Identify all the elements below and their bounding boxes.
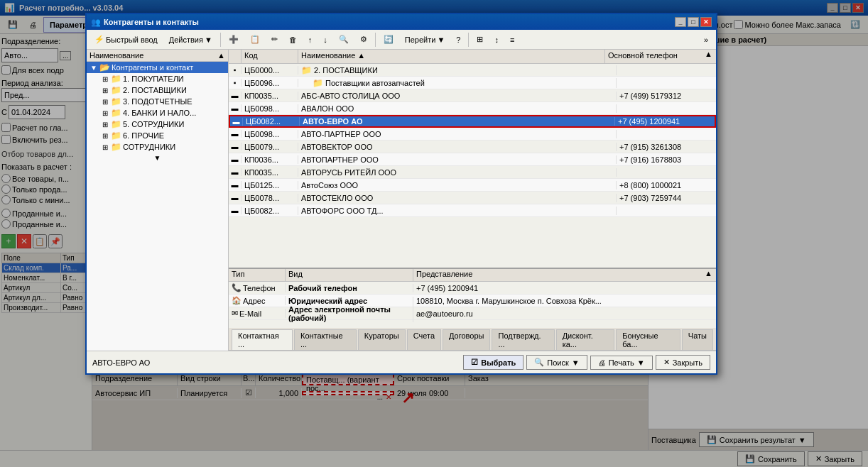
dialog-edit-btn[interactable]: ✏ (266, 32, 283, 48)
rrow-12[interactable]: ▬ ЦБ0082... АВТОФОРС ООО ТД... (229, 204, 716, 217)
tab-contact-persons[interactable]: Контактные ... (294, 329, 357, 350)
info-row-3-repr: ae@autoeuro.ru (413, 309, 716, 318)
tab-contracts[interactable]: Договоры (443, 329, 490, 350)
print-icon: 🖨 (598, 358, 606, 367)
expand-5-btn[interactable]: ⊞ (101, 121, 109, 128)
tree-item-4[interactable]: ⊞ 📁 4. БАНКИ И НАЛО... (87, 107, 228, 119)
rrow-2-name: 📁 Поставщики автозапчастей (298, 78, 617, 88)
tab-discount[interactable]: Дисконт. ка... (556, 329, 615, 350)
expand-1-btn[interactable]: ⊞ (101, 75, 109, 83)
expand-6-btn[interactable]: ⊞ (101, 132, 109, 140)
dialog-tab-bar: Контактная ... Контактные ... Кураторы С… (229, 328, 716, 351)
rrow-3[interactable]: ▬ КП0035... АБС-АВТО СТОЛИЦА ООО +7 (499… (229, 89, 716, 102)
expand-4-btn[interactable]: ⊞ (101, 109, 109, 117)
tree-item-2[interactable]: ⊞ 📁 2. ПОСТАВЩИКИ (87, 84, 228, 96)
dialog-settings-btn[interactable]: ⚙ (355, 32, 372, 48)
quick-entry-icon: ⚡ (94, 35, 104, 44)
expand-root-btn[interactable]: ▼ (89, 64, 98, 72)
rrow-2[interactable]: ▪ ЦБ0096... 📁 Поставщики автозапчастей (229, 77, 716, 89)
scroll-btn-up[interactable]: ▲ (217, 51, 225, 60)
rrow-11[interactable]: ▬ ЦБ0078... АВТОСТЕКЛО ООО +7 (903) 7259… (229, 192, 716, 204)
dialog-up-btn[interactable]: ↑ (303, 32, 318, 48)
rrow-9-bullet: ▬ (229, 168, 242, 176)
tab-contacts[interactable]: Контактная ... (232, 329, 293, 350)
dialog-minimize-btn[interactable]: _ (675, 17, 686, 27)
col-name-header[interactable]: Наименование ▲ (298, 50, 605, 63)
scroll-btn-down[interactable]: ▼ (154, 154, 161, 162)
select-label: Выбрать (481, 358, 516, 367)
selected-entity-label: АВТО-ЕВРО АО (92, 358, 460, 367)
rrow-6-code: ЦБ0098... (242, 130, 298, 138)
dialog-close-btn[interactable]: ✕ (700, 17, 712, 27)
dialog-copy-btn[interactable]: 📋 (245, 32, 265, 48)
tree-item-5[interactable]: ⊞ 📁 5. СОТРУДНИКИ (87, 119, 228, 130)
rrow-10[interactable]: ▬ ЦБ0125... АвтоСоюз ООО +8 (800) 100002… (229, 179, 716, 192)
rrow-4[interactable]: ▬ ЦБ0098... АВАЛОН ООО (229, 102, 716, 115)
tab-bonus[interactable]: Бонусные ба... (616, 329, 680, 350)
tree-name-col-label: Наименование (89, 51, 143, 60)
close-dialog-button[interactable]: ✕ Закрыть (656, 355, 710, 370)
tab-chats[interactable]: Чаты (682, 329, 713, 350)
expand-3-btn[interactable]: ⊞ (101, 98, 109, 106)
dialog-main: Наименование ▲ ▼ 📂 Контрагенты и контакт… (87, 50, 716, 351)
dialog-help-btn[interactable]: ? (451, 32, 465, 48)
right-grid-header: Код Наименование ▲ Основной телефон ▲ (229, 50, 716, 64)
rrow-4-code: ЦБ0098... (242, 104, 298, 113)
rrow-12-name: АВТОФОРС ООО ТД... (298, 207, 617, 215)
rrow-7-phone: +7 (915) 3261308 (617, 143, 716, 151)
tree-item-root[interactable]: ▼ 📂 Контрагенты и контакт (87, 62, 228, 73)
dialog-refresh-btn[interactable]: 🔄 (379, 32, 398, 48)
expand-sot-btn[interactable]: ⊞ (101, 143, 109, 151)
folder-1-icon: 📁 (111, 74, 121, 84)
rrow-3-phone: +7 (499) 5179312 (617, 92, 716, 100)
folder-5-icon: 📁 (111, 119, 121, 129)
folder-sot-icon: 📁 (111, 142, 121, 152)
dialog-filter-btn[interactable]: 🔍 (334, 32, 354, 48)
expand-2-btn[interactable]: ⊞ (101, 87, 109, 94)
dialog-more-btn[interactable]: ≡ (505, 32, 519, 48)
info-row-1-type: 📞 Телефон (229, 283, 286, 292)
select-button[interactable]: ☑ Выбрать (463, 355, 523, 370)
tree-item-6[interactable]: ⊞ 📁 6. ПРОЧИЕ (87, 130, 228, 141)
dialog-sep-1 (220, 33, 221, 47)
dialog-sort-btn[interactable]: ↕ (489, 32, 504, 48)
rrow-5[interactable]: ▬ ЦБ0082... АВТО-ЕВРО АО +7 (495) 120094… (229, 115, 716, 128)
tab-accounts[interactable]: Счета (407, 329, 441, 350)
rrow-1[interactable]: ▪ ЦБ0000... 📁 2. ПОСТАВЩИКИ (229, 64, 716, 77)
info-view-col: Вид (286, 269, 413, 281)
dialog-delete-btn[interactable]: 🗑 (284, 32, 302, 48)
dialog-down-btn[interactable]: ↓ (318, 32, 332, 48)
info-row-3-view: Адрес электронной почты (рабочий) (286, 305, 413, 322)
rrow-8[interactable]: ▬ КП0036... АВТОПАРТНЕР ООО +7 (916) 167… (229, 153, 716, 166)
col-code-header[interactable]: Код (242, 50, 298, 63)
dialog-toolbar: ⚡ Быстрый ввод Действия ▼ ➕ 📋 ✏ 🗑 ↑ ↓ 🔍 … (87, 30, 716, 50)
dialog-more-btn2[interactable]: » (699, 32, 713, 48)
close-dialog-label: Закрыть (673, 358, 702, 367)
col-phone-header[interactable]: Основной телефон (605, 50, 705, 63)
rrow-6[interactable]: ▬ ЦБ0098... АВТО-ПАРТНЕР ООО (229, 128, 716, 141)
dialog-add-btn[interactable]: ➕ (224, 32, 244, 48)
tree-item-1[interactable]: ⊞ 📁 1. ПОКУПАТЕЛИ (87, 73, 228, 84)
rrow-9[interactable]: ▬ КП0035... АВТОРУСЬ РИТЕЙЛ ООО (229, 166, 716, 179)
rrow-6-name: АВТО-ПАРТНЕР ООО (298, 130, 617, 138)
rrow-7[interactable]: ▬ ЦБ0079... АВТОВЕКТОР ООО +7 (915) 3261… (229, 141, 716, 153)
tree-panel: Наименование ▲ ▼ 📂 Контрагенты и контакт… (87, 50, 229, 351)
rrow-12-bullet: ▬ (229, 207, 242, 214)
right-grid-panel: Код Наименование ▲ Основной телефон ▲ ▪ … (229, 50, 716, 351)
dialog-columns-btn[interactable]: ⊞ (472, 32, 488, 48)
rrow-1-name: 📁 2. ПОСТАВЩИКИ (298, 65, 617, 75)
tree-item-3[interactable]: ⊞ 📁 3. ПОДОТЧЕТНЫЕ (87, 96, 228, 107)
info-row-2-type-text: Адрес (243, 297, 266, 305)
quick-entry-btn[interactable]: ⚡ Быстрый ввод (89, 32, 163, 48)
rrow-2-code: ЦБ0096... (242, 79, 298, 87)
dialog-win-buttons: _ □ ✕ (675, 17, 712, 27)
goto-dropdown-icon: ▼ (437, 35, 445, 44)
tab-confirm[interactable]: Подтвержд. ... (492, 329, 554, 350)
tab-curators[interactable]: Кураторы (358, 329, 406, 350)
goto-btn[interactable]: Перейти ▼ (400, 32, 450, 48)
actions-btn[interactable]: Действия ▼ (164, 32, 217, 48)
print-button[interactable]: 🖨 Печать ▼ (590, 356, 653, 370)
dialog-maximize-btn[interactable]: □ (688, 17, 699, 27)
tree-item-sot[interactable]: ⊞ 📁 СОТРУДНИКИ (87, 141, 228, 153)
search-button[interactable]: 🔍 Поиск ▼ (526, 355, 587, 370)
